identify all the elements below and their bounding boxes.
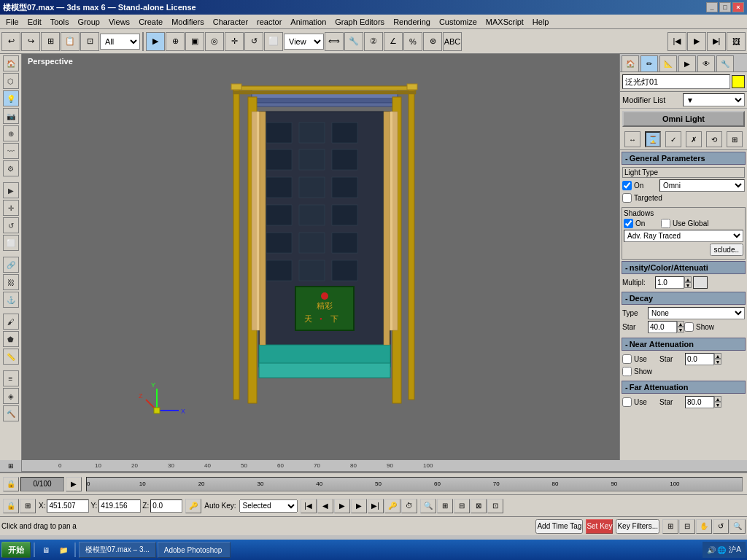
menu-file[interactable]: File	[1, 16, 23, 28]
near-start-input[interactable]	[685, 353, 714, 365]
motion-tab[interactable]: ▶	[678, 55, 696, 71]
far-start-up[interactable]: ▲	[714, 396, 721, 402]
lt-layers[interactable]: ≡	[3, 370, 19, 386]
lt-bind[interactable]: ⚓	[3, 292, 19, 308]
shadow-exclude-button[interactable]: sclude..	[710, 244, 743, 256]
start-button[interactable]: 开始	[1, 542, 31, 558]
menu-customize[interactable]: Customize	[435, 16, 481, 28]
render1-btn[interactable]: ⊞	[437, 499, 453, 513]
next-frame-btn[interactable]: ▶	[351, 499, 367, 513]
lt-create[interactable]: 🏠	[3, 55, 19, 71]
multiplier-up[interactable]: ▲	[684, 276, 692, 282]
menu-character[interactable]: Character	[209, 16, 252, 28]
time-cfg-btn[interactable]: ⏱	[401, 499, 417, 513]
spinner-snap-button[interactable]: ⊛	[423, 32, 442, 51]
far-start-down[interactable]: ▼	[714, 402, 721, 408]
near-start-up[interactable]: ▲	[714, 353, 721, 359]
lt-utilities[interactable]: 🔨	[3, 405, 19, 421]
mirror-button[interactable]: ⟺	[325, 32, 344, 51]
taskbar-icon-2[interactable]: 📁	[55, 542, 71, 557]
zoom-all-btn[interactable]: ⊟	[679, 519, 695, 534]
undo-button[interactable]: ↩	[1, 32, 20, 51]
select-lasso[interactable]: ◎	[205, 32, 224, 51]
angle-snap-button[interactable]: ∠	[384, 32, 403, 51]
render-button[interactable]: 🖼	[727, 32, 746, 51]
near-show-checkbox[interactable]	[622, 367, 632, 376]
shadows-on-checkbox[interactable]	[624, 219, 633, 228]
lt-spacewarps[interactable]: 〰	[3, 143, 19, 159]
lt-select[interactable]: ▶	[3, 182, 19, 198]
select-obj-button[interactable]: ⊞	[41, 32, 60, 51]
modify-tab[interactable]: ✏	[640, 55, 658, 71]
multiplier-down[interactable]: ▼	[684, 282, 692, 288]
lt-lights[interactable]: 💡	[3, 90, 19, 106]
lt-cameras[interactable]: 📷	[3, 108, 19, 124]
menu-maxscript[interactable]: MAXScript	[481, 16, 528, 28]
object-name-input[interactable]	[622, 74, 730, 89]
snap2-button[interactable]: ②	[364, 32, 383, 51]
create-tab[interactable]: 🏠	[622, 55, 639, 71]
y-coord-input[interactable]	[98, 499, 141, 513]
sp-display-icon[interactable]: ⟲	[706, 131, 722, 147]
set-key-button[interactable]: Set Key	[586, 519, 613, 534]
render2-btn[interactable]: ⊟	[454, 499, 470, 513]
play-button[interactable]: ▶	[687, 32, 706, 51]
key-mode-btn[interactable]: 🔑	[384, 499, 400, 513]
select-region-button[interactable]: ⊡	[80, 32, 99, 51]
sp-modify-icon[interactable]: ⌛	[645, 131, 661, 147]
lt-scale[interactable]: ⬜	[3, 235, 19, 251]
light-type-select[interactable]: Omni	[659, 179, 745, 192]
lt-shapes2[interactable]: ⬟	[3, 331, 19, 347]
timeline-next-btn[interactable]: ▶	[66, 477, 82, 491]
prev-frame-btn[interactable]: ◀	[317, 499, 333, 513]
selection-dropdown[interactable]: Selected	[239, 499, 298, 513]
select-tool[interactable]: ▶	[146, 32, 165, 51]
menu-edit[interactable]: Edit	[23, 16, 46, 28]
render3-btn[interactable]: ⊠	[471, 499, 487, 513]
decay-type-select[interactable]: None	[648, 307, 745, 319]
go-end-btn[interactable]: ▶|	[368, 499, 384, 513]
lt-unlink[interactable]: ⛓	[3, 274, 19, 290]
taskbar-item-max[interactable]: 楼模型07.max – 3...	[79, 542, 156, 558]
play-btn[interactable]: ▶	[334, 499, 350, 513]
omni-light-button[interactable]: Omni Light	[622, 111, 745, 127]
scale-button[interactable]: ⬜	[264, 32, 283, 51]
menu-rendering[interactable]: Rendering	[389, 16, 435, 28]
view-mode-dropdown[interactable]: View	[284, 34, 324, 50]
key-icon[interactable]: 🔑	[185, 499, 201, 513]
decay-start-input[interactable]	[648, 321, 677, 333]
intensity-header[interactable]: nsity/Color/Attenuati	[622, 261, 746, 274]
taskbar-item-photoshop[interactable]: Adobe Photoshop	[158, 542, 231, 558]
timeline-bar[interactable]: 0 10 20 30 40 50 60 70 80 90 100	[86, 477, 743, 491]
taskbar-icon-1[interactable]: 🖥	[38, 542, 54, 557]
lt-measure[interactable]: 📏	[3, 349, 19, 365]
snap-button[interactable]: 🔧	[344, 32, 363, 51]
key-filters-button[interactable]: Key Filters...	[616, 519, 659, 534]
menu-create[interactable]: Create	[134, 16, 167, 28]
next-key-button[interactable]: ▶|	[707, 32, 726, 51]
menu-tools[interactable]: Tools	[46, 16, 74, 28]
go-start-btn[interactable]: |◀	[301, 499, 317, 513]
sp-move-icon[interactable]: ↔	[624, 131, 640, 147]
decay-start-up[interactable]: ▲	[677, 321, 684, 327]
orbit-btn[interactable]: ↺	[713, 519, 729, 534]
targeted-checkbox[interactable]	[622, 193, 632, 203]
general-params-header[interactable]: General Parameters	[622, 152, 746, 165]
lock-selection-btn[interactable]: 🔒	[3, 499, 19, 513]
edit-named-button[interactable]: ABC	[443, 32, 462, 51]
lt-paint[interactable]: 🖌	[3, 314, 19, 330]
percent-snap-button[interactable]: %	[403, 32, 422, 51]
decay-header[interactable]: Decay	[622, 292, 746, 305]
x-coord-input[interactable]	[47, 499, 89, 513]
zoom-extents-btn[interactable]: ⊞	[662, 519, 678, 534]
search-btn[interactable]: 🔍	[420, 499, 436, 513]
close-button[interactable]: ×	[732, 2, 744, 12]
near-attenuation-header[interactable]: Near Attenuation	[622, 338, 746, 351]
redo-button[interactable]: ↪	[21, 32, 40, 51]
far-attenuation-header[interactable]: Far Attenuation	[622, 381, 746, 394]
sp-utils-icon[interactable]: ⊞	[727, 131, 743, 147]
render4-btn[interactable]: ⊡	[487, 499, 503, 513]
select-mode-dropdown[interactable]: All	[100, 34, 140, 50]
sp-motion-icon[interactable]: ✗	[686, 131, 702, 147]
display-tab[interactable]: 👁	[697, 55, 715, 71]
